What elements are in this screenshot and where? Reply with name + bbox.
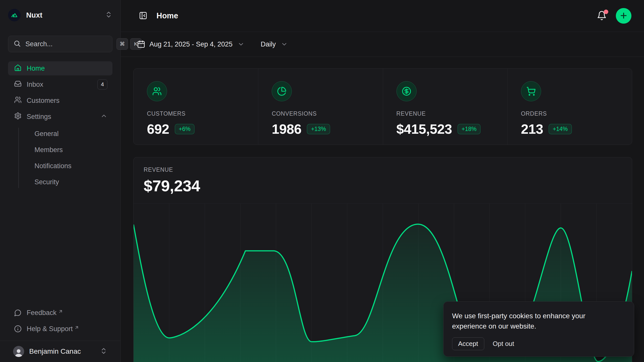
- user-name: Benjamin Canac: [29, 347, 100, 355]
- stat-label: ORDERS: [521, 110, 632, 117]
- sidebar-nav: Home Inbox 4 Customers Settings: [8, 61, 112, 190]
- stat-delta-badge: +18%: [458, 124, 480, 134]
- feedback-link[interactable]: Feedback: [8, 306, 112, 321]
- sidebar-item-label: Inbox: [27, 81, 97, 88]
- external-link-icon: [74, 324, 79, 332]
- gear-icon: [14, 112, 22, 121]
- home-icon: [14, 64, 22, 73]
- inbox-unread-badge: 4: [97, 79, 107, 89]
- plus-icon: [619, 11, 628, 21]
- cookie-message-line2: experience on our website.: [452, 321, 624, 331]
- search-input[interactable]: [25, 40, 114, 48]
- sidebar-collapse-button[interactable]: [137, 9, 149, 23]
- filter-toolbar: Aug 21, 2025 - Sep 4, 2025 Daily: [121, 32, 644, 57]
- revenue-chart-value: $79,234: [144, 177, 622, 195]
- period-select[interactable]: Daily: [261, 40, 288, 48]
- sidebar-item-label: Settings: [27, 113, 100, 121]
- sidebar-spacer: [8, 190, 112, 306]
- stat-label: CUSTOMERS: [147, 110, 258, 117]
- nuxt-logo-icon: [8, 9, 21, 21]
- sidebar-item-settings[interactable]: Settings: [8, 110, 112, 124]
- chat-bubble-icon: [14, 309, 22, 318]
- date-range-label: Aug 21, 2025 - Sep 4, 2025: [149, 40, 232, 48]
- pie-chart-icon: [272, 81, 292, 101]
- users-icon: [147, 81, 167, 101]
- sub-item-label: Notifications: [34, 162, 71, 170]
- sidebar-item-notifications[interactable]: Notifications: [26, 158, 112, 174]
- inbox-icon: [14, 80, 22, 89]
- sidebar-item-home[interactable]: Home: [8, 61, 112, 75]
- users-icon: [14, 96, 22, 105]
- sidebar-item-customers[interactable]: Customers: [8, 94, 112, 108]
- sidebar-item-security[interactable]: Security: [26, 174, 112, 190]
- sidebar-item-members[interactable]: Members: [26, 142, 112, 158]
- stat-label: REVENUE: [396, 110, 507, 117]
- period-label: Daily: [261, 40, 276, 48]
- revenue-chart-header: REVENUE $79,234: [134, 157, 632, 203]
- stat-value: $415,523: [396, 121, 452, 137]
- app-window: Nuxt ⌘ K Home Inb: [0, 0, 644, 362]
- sub-item-label: Members: [34, 146, 63, 154]
- revenue-chart-label: REVENUE: [144, 166, 622, 173]
- chevrons-up-down-icon: [105, 11, 112, 19]
- settings-sub-nav: General Members Notifications Security: [8, 126, 112, 190]
- external-link-icon: [58, 308, 63, 316]
- sub-item-label: Security: [34, 178, 59, 186]
- notifications-button[interactable]: [595, 9, 609, 23]
- info-circle-icon: [14, 325, 22, 334]
- chevron-down-icon: [281, 41, 288, 48]
- cookie-actions: Accept Opt out: [452, 337, 624, 350]
- stat-card-revenue[interactable]: REVENUE $415,523 +18%: [383, 69, 507, 145]
- stat-value: 213: [521, 121, 543, 137]
- cookie-message-line1: We use first-party cookies to enhance yo…: [452, 311, 624, 321]
- stat-delta-badge: +6%: [175, 124, 195, 134]
- footer-link-label: Help & Support: [27, 325, 73, 333]
- workspace-name: Nuxt: [26, 11, 105, 19]
- calendar-icon: [137, 40, 145, 49]
- chevron-up-icon: [100, 112, 107, 121]
- stat-value: 692: [147, 121, 169, 137]
- stat-value: 1986: [272, 121, 301, 137]
- stat-card-conversions[interactable]: CONVERSIONS 1986 +13%: [258, 69, 383, 145]
- help-support-link[interactable]: Help & Support: [8, 323, 112, 337]
- search-icon: [13, 40, 21, 48]
- stat-label: CONVERSIONS: [272, 110, 383, 117]
- stats-panel: CUSTOMERS 692 +6% CONVERSIONS 1986 +13%: [133, 68, 632, 145]
- notification-dot: [604, 10, 608, 14]
- footer-link-label: Feedback: [27, 309, 57, 317]
- user-avatar: [13, 346, 24, 357]
- cookie-optout-button[interactable]: Opt out: [493, 338, 514, 350]
- stat-delta-badge: +14%: [549, 124, 572, 134]
- chevron-down-icon: [237, 41, 245, 48]
- page-header: Home: [121, 0, 644, 32]
- chevrons-up-down-icon: [100, 347, 107, 356]
- page-title: Home: [156, 11, 595, 20]
- search-box[interactable]: ⌘ K: [8, 36, 112, 52]
- stat-card-customers[interactable]: CUSTOMERS 692 +6%: [134, 69, 258, 145]
- sidebar: Nuxt ⌘ K Home Inb: [0, 0, 121, 362]
- stat-delta-badge: +13%: [307, 124, 330, 134]
- user-menu[interactable]: Benjamin Canac: [8, 341, 112, 362]
- sub-item-label: General: [34, 130, 59, 138]
- sidebar-item-label: Customers: [27, 97, 107, 105]
- stat-card-orders[interactable]: ORDERS 213 +14%: [507, 69, 632, 145]
- add-button[interactable]: [616, 8, 631, 24]
- sidebar-item-inbox[interactable]: Inbox 4: [8, 77, 112, 92]
- workspace-switcher[interactable]: Nuxt: [8, 7, 112, 23]
- cookie-accept-button[interactable]: Accept: [452, 337, 484, 350]
- cookie-banner: We use first-party cookies to enhance yo…: [443, 301, 634, 357]
- sidebar-footer-links: Feedback Help & Support: [8, 306, 112, 337]
- panel-left-close-icon: [139, 11, 147, 21]
- dollar-circle-icon: [396, 81, 417, 101]
- cart-icon: [521, 81, 541, 101]
- date-range-picker[interactable]: Aug 21, 2025 - Sep 4, 2025: [137, 40, 245, 49]
- sidebar-item-label: Home: [27, 65, 107, 72]
- sidebar-item-general[interactable]: General: [26, 126, 112, 142]
